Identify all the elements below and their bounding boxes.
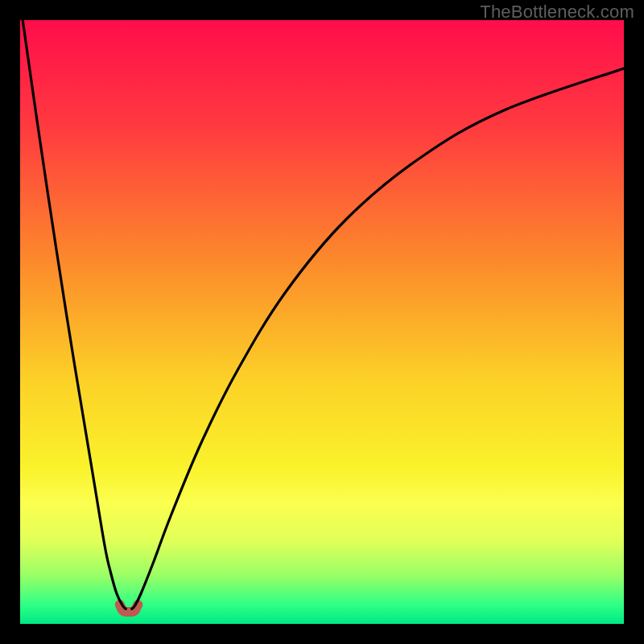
plot-area xyxy=(20,20,624,624)
chart-svg xyxy=(20,20,624,624)
outer-frame: TheBottleneck.com xyxy=(0,0,644,644)
gradient-background xyxy=(20,20,624,624)
